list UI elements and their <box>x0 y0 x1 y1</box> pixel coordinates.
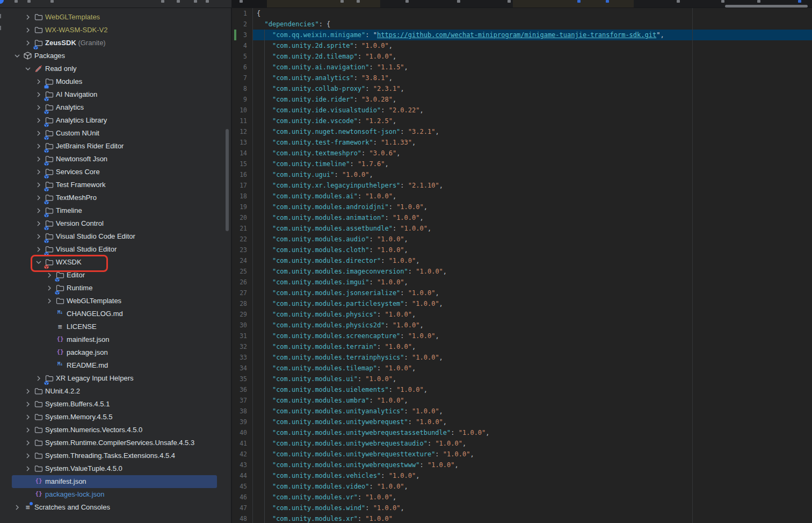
tree-item-license[interactable]: ≡LICENSE <box>0 320 231 333</box>
chevron-right-icon[interactable] <box>35 78 42 85</box>
tree-item-jetbrains-rider-editor[interactable]: JetBrains Rider Editor <box>0 140 231 153</box>
code-line-15[interactable]: "com.unity.timeline": "1.7.6", <box>257 159 389 169</box>
code-line-38[interactable]: "com.unity.modules.unityanalytics": "1.0… <box>257 406 443 417</box>
code-line-45[interactable]: "com.unity.modules.video": "1.0.0", <box>257 481 408 492</box>
chevron-right-icon[interactable] <box>25 27 31 33</box>
code-line-8[interactable]: "com.unity.collab-proxy": "2.3.1", <box>257 83 404 94</box>
code-line-11[interactable]: "com.unity.ide.vscode": "1.2.5", <box>257 116 396 126</box>
code-line-40[interactable]: "com.unity.modules.unitywebrequestassetb… <box>257 427 490 438</box>
chevron-right-icon[interactable] <box>25 453 31 459</box>
code-line-12[interactable]: "com.unity.nuget.newtonsoft-json": "3.2.… <box>257 126 439 137</box>
tree-item-test-framework[interactable]: Test Framework <box>0 178 231 191</box>
tree-item-runtime[interactable]: Runtime <box>0 282 231 295</box>
tab-fragment[interactable] <box>380 0 513 8</box>
code-line-23[interactable]: "com.unity.modules.cloth": "1.0.0", <box>257 245 408 255</box>
code-line-22[interactable]: "com.unity.modules.audio": "1.0.0", <box>257 234 408 245</box>
tree-item-changelog-md[interactable]: M↓CHANGELOG.md <box>0 307 231 320</box>
tree-item-version-control[interactable]: Version Control <box>0 217 231 230</box>
code-line-25[interactable]: "com.unity.modules.imageconversion": "1.… <box>257 266 447 277</box>
chevron-right-icon[interactable] <box>25 414 31 420</box>
code-line-2[interactable]: "dependencies": { <box>257 19 330 30</box>
chevron-right-icon[interactable] <box>14 504 20 511</box>
tree-scrollbar-thumb[interactable] <box>226 129 229 231</box>
code-line-18[interactable]: "com.unity.modules.ai": "1.0.0", <box>257 191 396 202</box>
tab-fragment[interactable] <box>267 0 380 8</box>
tree-item-packages-lock-json[interactable]: {}packages-lock.json <box>0 488 231 501</box>
tree-item-wxsdk[interactable]: WXSDK <box>0 256 231 269</box>
chevron-right-icon[interactable] <box>35 91 42 98</box>
tree-item-system-valuetuple-4-5-0[interactable]: System.ValueTuple.4.5.0 <box>0 462 231 475</box>
tree-item-package-json[interactable]: {}package.json <box>0 346 231 359</box>
chevron-right-icon[interactable] <box>25 440 31 446</box>
code-line-39[interactable]: "com.unity.modules.unitywebrequest": "1.… <box>257 417 447 427</box>
tree-item-scratches-and-consoles[interactable]: ≡Scratches and Consoles <box>0 501 231 514</box>
tree-item-zeussdk[interactable]: ZeusSDK (Granite) <box>0 37 231 49</box>
tab-fragment[interactable] <box>513 0 634 8</box>
chevron-right-icon[interactable] <box>35 169 42 175</box>
tree-item-visual-studio-code-editor[interactable]: Visual Studio Code Editor <box>0 230 231 243</box>
tree-item-system-memory-4-5-5[interactable]: System.Memory.4.5.5 <box>0 411 231 424</box>
tree-item-modules[interactable]: Modules <box>0 75 231 88</box>
chevron-right-icon[interactable] <box>35 130 42 137</box>
code-line-33[interactable]: "com.unity.modules.terrainphysics": "1.0… <box>257 352 443 363</box>
code-line-43[interactable]: "com.unity.modules.unitywebrequestwww": … <box>257 460 459 470</box>
code-line-41[interactable]: "com.unity.modules.unitywebrequestaudio"… <box>257 438 466 449</box>
code-line-5[interactable]: "com.unity.2d.tilemap": "1.0.0", <box>257 51 396 62</box>
tree-item-readme-md[interactable]: M↓README.md <box>0 359 231 372</box>
code-line-21[interactable]: "com.unity.modules.assetbundle": "1.0.0"… <box>257 223 431 234</box>
code-line-44[interactable]: "com.unity.modules.vehicles": "1.0.0", <box>257 470 420 481</box>
code-line-26[interactable]: "com.unity.modules.imgui": "1.0.0", <box>257 277 408 288</box>
chevron-right-icon[interactable] <box>35 375 42 382</box>
chevron-down-icon[interactable] <box>35 259 42 266</box>
tree-item-system-numerics-vectors-4-5-0[interactable]: System.Numerics.Vectors.4.5.0 <box>0 424 231 436</box>
code-line-36[interactable]: "com.unity.modules.uielements": "1.0.0", <box>257 384 427 395</box>
code-line-7[interactable]: "com.unity.analytics": "3.8.1", <box>257 73 393 83</box>
tree-item-nunit-4-2-2[interactable]: NUnit.4.2.2 <box>0 385 231 398</box>
code-line-4[interactable]: "com.unity.2d.sprite": "1.0.0", <box>257 40 393 51</box>
editor-pane[interactable]: 1234567891011121314151617181920212223242… <box>232 8 812 523</box>
chevron-down-icon[interactable] <box>25 66 31 72</box>
chevron-right-icon[interactable] <box>35 220 42 227</box>
chevron-right-icon[interactable] <box>35 207 42 214</box>
tree-item-read-only[interactable]: Read only <box>0 62 231 75</box>
chevron-right-icon[interactable] <box>46 298 53 304</box>
chevron-right-icon[interactable] <box>25 427 31 433</box>
code-line-9[interactable]: "com.unity.ide.rider": "3.0.28", <box>257 94 396 105</box>
tree-item-system-buffers-4-5-1[interactable]: System.Buffers.4.5.1 <box>0 398 231 411</box>
code-line-20[interactable]: "com.unity.modules.animation": "1.0.0", <box>257 212 424 223</box>
chevron-right-icon[interactable] <box>35 195 42 201</box>
tree-item-manifest-json[interactable]: {}manifest.json <box>0 475 231 488</box>
tree-item-newtonsoft-json[interactable]: Newtonsoft Json <box>0 153 231 166</box>
code-line-17[interactable]: "com.unity.xr.legacyinputhelpers": "2.1.… <box>257 180 443 191</box>
chevron-down-icon[interactable] <box>14 53 20 59</box>
code-line-6[interactable]: "com.unity.ai.navigation": "1.1.5", <box>257 62 408 73</box>
tree-item-analytics[interactable]: Analytics <box>0 101 231 114</box>
tree-item-analytics-library[interactable]: Analytics Library <box>0 114 231 127</box>
code-line-46[interactable]: "com.unity.modules.vr": "1.0.0", <box>257 492 396 503</box>
code-line-24[interactable]: "com.unity.modules.director": "1.0.0", <box>257 255 420 266</box>
tree-item-textmeshpro[interactable]: TextMeshPro <box>0 191 231 204</box>
code-line-14[interactable]: "com.unity.textmeshpro": "3.0.6", <box>257 148 400 159</box>
chevron-right-icon[interactable] <box>35 104 42 111</box>
code-line-10[interactable]: "com.unity.ide.visualstudio": "2.0.22", <box>257 105 424 116</box>
chevron-right-icon[interactable] <box>35 156 42 162</box>
chevron-right-icon[interactable] <box>35 182 42 188</box>
chevron-right-icon[interactable] <box>35 143 42 149</box>
chevron-right-icon[interactable] <box>25 465 31 472</box>
code-line-28[interactable]: "com.unity.modules.particlesystem": "1.0… <box>257 298 443 309</box>
tree-item-services-core[interactable]: Services Core <box>0 166 231 178</box>
tree-item-webgltemplates[interactable]: WebGLTemplates <box>0 11 231 24</box>
code-line-48[interactable]: "com.unity.modules.xr": "1.0.0" <box>257 513 393 523</box>
code-line-16[interactable]: "com.unity.ugui": "1.0.0", <box>257 169 373 180</box>
chevron-right-icon[interactable] <box>25 388 31 395</box>
code-line-27[interactable]: "com.unity.modules.jsonserialize": "1.0.… <box>257 288 439 298</box>
code-line-30[interactable]: "com.unity.modules.physics2d": "1.0.0", <box>257 320 424 331</box>
tree-item-timeline[interactable]: Timeline <box>0 204 231 217</box>
chevron-right-icon[interactable] <box>25 14 31 20</box>
tree-item-packages[interactable]: Packages <box>0 49 231 62</box>
code-line-29[interactable]: "com.unity.modules.physics": "1.0.0", <box>257 309 416 320</box>
tree-item-webgltemplates[interactable]: WebGLTemplates <box>0 295 231 307</box>
code-line-32[interactable]: "com.unity.modules.terrain": "1.0.0", <box>257 341 416 352</box>
tree-item-custom-nunit[interactable]: Custom NUnit <box>0 127 231 140</box>
code-line-19[interactable]: "com.unity.modules.androidjni": "1.0.0", <box>257 202 427 212</box>
